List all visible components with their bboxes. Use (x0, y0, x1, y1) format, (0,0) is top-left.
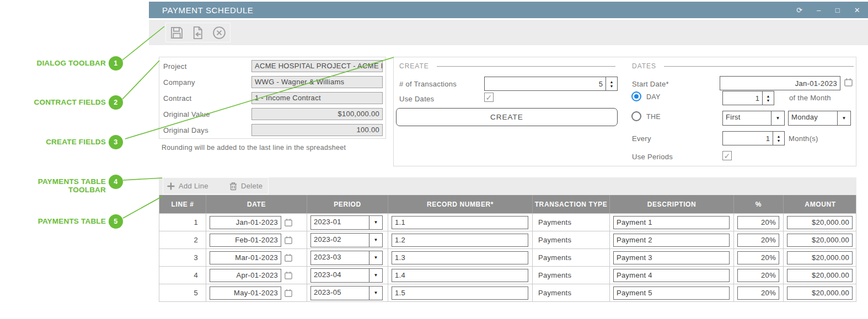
pct-input[interactable] (737, 269, 779, 282)
amount-input[interactable] (787, 286, 853, 300)
period-select[interactable]: 2023-01 ▼ (310, 215, 383, 230)
period-select[interactable]: 2023-05 ▼ (310, 286, 383, 300)
add-line-button[interactable]: Add Line (167, 177, 208, 194)
amount-input[interactable] (787, 216, 853, 229)
day-spinner[interactable]: ▲▼ (722, 91, 774, 105)
spin-up-icon[interactable]: ▲ (609, 80, 613, 84)
delete-button[interactable]: Delete (229, 177, 262, 194)
spinner-arrows[interactable]: ▲▼ (762, 91, 774, 105)
date-input[interactable] (210, 251, 281, 264)
transactions-input[interactable] (484, 77, 606, 91)
minimize-icon[interactable]: – (817, 7, 821, 14)
weekday-select[interactable]: Monday ▼ (788, 111, 851, 126)
use-periods-checkbox[interactable]: ✓ (722, 151, 732, 160)
description-input[interactable] (613, 216, 730, 229)
chevron-down-icon[interactable]: ▼ (369, 286, 382, 300)
payments-table: LINE # DATE PERIOD RECORD NUMBER* TRANSA… (159, 195, 856, 302)
amount-input[interactable] (787, 251, 853, 264)
amount-cell (784, 231, 857, 248)
calendar-icon[interactable] (284, 253, 293, 262)
calendar-icon[interactable] (284, 218, 293, 227)
amount-cell (784, 249, 857, 266)
chevron-down-icon[interactable]: ▼ (837, 111, 850, 125)
the-radio[interactable] (631, 111, 641, 121)
chevron-down-icon[interactable]: ▼ (771, 111, 784, 125)
type-cell: Payments (533, 214, 610, 231)
company-field-row: Company WWG - Wagner & Williams (163, 76, 383, 88)
pct-input[interactable] (737, 234, 779, 247)
import-icon[interactable] (190, 25, 205, 40)
date-input[interactable] (210, 216, 281, 229)
record-input[interactable] (392, 216, 528, 229)
transaction-type-value: Payments (536, 236, 571, 244)
chevron-down-icon[interactable]: ▼ (369, 269, 382, 282)
day-input[interactable] (722, 91, 762, 105)
annotation-label-payments-table: PAYMENTS TABLE (0, 217, 106, 225)
sync-icon[interactable]: ⟳ (796, 7, 802, 14)
amount-input[interactable] (787, 269, 853, 282)
day-radio-label: DAY (646, 93, 661, 101)
record-input[interactable] (392, 251, 528, 264)
period-select[interactable]: 2023-04 ▼ (310, 268, 383, 283)
pct-input[interactable] (737, 216, 779, 229)
description-input[interactable] (613, 286, 730, 300)
date-input[interactable] (210, 286, 281, 300)
spin-down-icon[interactable]: ▼ (609, 84, 613, 88)
period-select[interactable]: 2023-02 ▼ (310, 233, 383, 247)
payments-table-toolbar: Add Line Delete (159, 177, 856, 195)
transactions-spinner[interactable]: ▲▼ (484, 77, 618, 91)
calendar-icon[interactable] (844, 78, 853, 87)
pct-input[interactable] (737, 251, 779, 264)
ordinal-select[interactable]: First ▼ (722, 111, 785, 126)
day-radio[interactable] (631, 91, 641, 101)
pct-input[interactable] (737, 286, 779, 300)
record-cell (388, 214, 533, 231)
calendar-icon[interactable] (284, 289, 293, 298)
calendar-icon[interactable] (284, 271, 293, 280)
every-input[interactable] (722, 131, 773, 145)
col-header-record: RECORD NUMBER* (388, 195, 533, 213)
spinner-arrows[interactable]: ▲▼ (773, 131, 785, 145)
record-input[interactable] (392, 234, 528, 247)
use-dates-label: Use Dates (399, 95, 434, 103)
date-input[interactable] (210, 234, 281, 247)
spin-down-icon[interactable]: ▼ (776, 139, 780, 143)
spin-up-icon[interactable]: ▲ (766, 94, 770, 98)
spinner-arrows[interactable]: ▲▼ (606, 77, 618, 91)
period-value: 2023-03 (311, 251, 369, 264)
create-button[interactable]: CREATE (396, 108, 618, 126)
dates-header-label: DATES (632, 62, 656, 70)
checkmark-icon: ✓ (485, 93, 492, 102)
description-input[interactable] (613, 251, 730, 264)
start-date-label: Start Date* (632, 80, 669, 88)
transaction-type-value: Payments (536, 218, 571, 226)
start-date-input[interactable] (720, 76, 840, 90)
chevron-down-icon[interactable]: ▼ (369, 251, 382, 264)
pct-cell (734, 214, 784, 231)
of-the-month-label: of the Month (789, 94, 831, 102)
every-spinner[interactable]: ▲▼ (722, 131, 785, 145)
use-dates-checkbox[interactable]: ✓ (484, 93, 494, 102)
amount-input[interactable] (787, 234, 853, 247)
pct-cell (734, 267, 784, 284)
chevron-down-icon[interactable]: ▼ (369, 216, 382, 229)
type-cell: Payments (533, 284, 610, 301)
description-input[interactable] (613, 234, 730, 247)
transactions-label: # of Transactions (399, 80, 457, 88)
cancel-icon[interactable] (212, 25, 227, 40)
period-select[interactable]: 2023-03 ▼ (310, 251, 383, 265)
record-input[interactable] (392, 286, 528, 300)
calendar-icon[interactable] (284, 236, 293, 245)
description-cell (610, 249, 734, 266)
record-input[interactable] (392, 269, 528, 282)
description-input[interactable] (613, 269, 730, 282)
dates-header-rule (664, 66, 854, 67)
spin-down-icon[interactable]: ▼ (766, 99, 770, 102)
spin-up-icon[interactable]: ▲ (776, 134, 780, 138)
maximize-icon[interactable]: □ (835, 7, 840, 14)
record-cell (388, 249, 533, 266)
date-input[interactable] (210, 269, 281, 282)
close-icon[interactable]: ✕ (854, 7, 860, 14)
save-icon[interactable] (169, 25, 184, 40)
chevron-down-icon[interactable]: ▼ (369, 234, 382, 247)
